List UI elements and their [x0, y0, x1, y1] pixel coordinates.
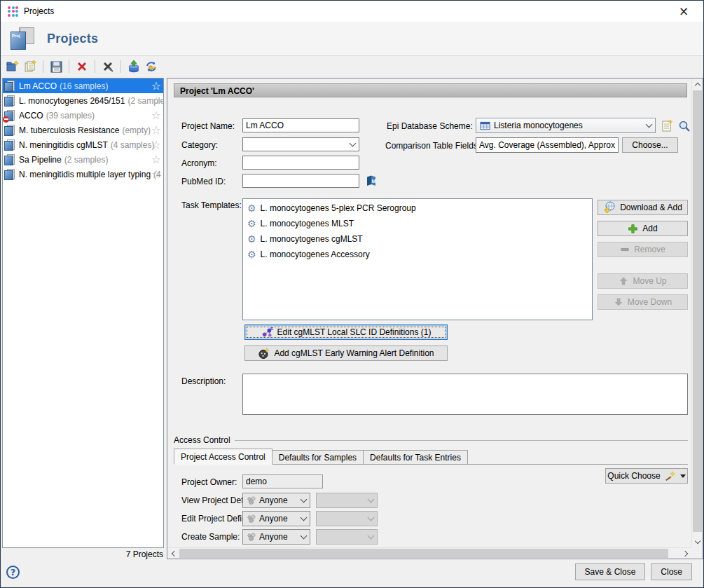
pubmed-input[interactable]: [242, 174, 359, 188]
view-project-definition-secondary-select[interactable]: [316, 493, 378, 508]
window-title: Projects: [24, 6, 54, 16]
search-scheme-icon[interactable]: [677, 118, 691, 134]
new-project-icon[interactable]: [5, 59, 20, 74]
arrow-down-icon: [614, 297, 623, 307]
vertical-scrollbar[interactable]: [691, 78, 703, 547]
project-name-input[interactable]: [242, 118, 359, 132]
project-icon: [4, 125, 15, 136]
project-name: ACCO: [19, 111, 43, 121]
remove-label: Remove: [634, 245, 665, 254]
task-template-item[interactable]: ⚙L. monocytogenes cgMLST: [243, 231, 592, 247]
create-sample-select[interactable]: Anyone: [242, 529, 310, 545]
favorite-star-icon[interactable]: ☆: [151, 78, 161, 93]
project-meta: (4 samples): [111, 140, 155, 150]
project-list-item[interactable]: Lm ACCO (16 samples) ☆: [3, 78, 163, 93]
delete-permanent-icon[interactable]: [100, 59, 116, 74]
view-project-definition-select[interactable]: Anyone: [242, 493, 310, 508]
horizontal-scroll-thumb[interactable]: [179, 549, 668, 558]
people-icon: [247, 514, 256, 523]
project-owner-label: Project Owner:: [181, 477, 237, 487]
favorite-star-icon[interactable]: ☆: [151, 123, 161, 137]
project-list-item[interactable]: Sa Pipeline (2 samples) ☆: [3, 152, 163, 167]
pubmed-icon[interactable]: M: [364, 173, 379, 189]
close-button[interactable]: Close: [651, 563, 692, 580]
scroll-left-icon[interactable]: [167, 548, 179, 559]
favorite-star-icon[interactable]: ☆: [151, 167, 161, 182]
delete-icon[interactable]: [74, 59, 90, 74]
move-down-label: Move Down: [628, 297, 672, 307]
projects-dialog: Projects × Proj Projects: [0, 0, 704, 588]
save-close-button[interactable]: Save & Close: [575, 563, 646, 580]
tab-defaults-for-samples[interactable]: Defaults for Samples: [272, 450, 364, 464]
task-template-item[interactable]: ⚙L. monocytogenes Accessory: [243, 247, 592, 262]
access-control-group: Access Control: [174, 435, 688, 445]
favorite-star-icon[interactable]: ☆: [151, 93, 161, 108]
move-down-button[interactable]: Move Down: [598, 294, 688, 310]
task-template-name: L. monocytogenes MLST: [261, 219, 354, 228]
close-icon[interactable]: ×: [671, 1, 696, 22]
tab-defaults-for-task-entries[interactable]: Defaults for Task Entries: [363, 450, 468, 464]
download-add-button[interactable]: Download & Add: [598, 200, 688, 215]
chevron-down-icon: [350, 139, 357, 146]
project-meta: (16 samples): [60, 81, 108, 91]
quick-choose-button[interactable]: Quick Choose: [605, 468, 688, 484]
chevron-down-icon: [301, 495, 308, 502]
edit-project-definition-secondary-select[interactable]: [316, 511, 378, 526]
project-list-item[interactable]: M. tuberculosis Resistance (empty) ☆: [3, 123, 163, 137]
project-list-item[interactable]: ACCO (39 samples) ☆: [3, 108, 163, 123]
project-name: N. meningitidis multiple layer typing: [19, 170, 151, 179]
edit-slc-label: Edit cgMLST Local SLC ID Definitions (1): [277, 327, 432, 337]
quick-choose-label: Quick Choose: [607, 471, 660, 481]
project-list-item[interactable]: N. meningitidis cgMLST (4 samples) ☆: [3, 137, 163, 152]
scroll-right-icon[interactable]: [680, 548, 691, 559]
create-sample-value: Anyone: [259, 532, 288, 542]
svg-text:ID: ID: [270, 327, 273, 331]
add-button[interactable]: Add: [598, 221, 688, 236]
task-template-item[interactable]: ⚙L. monocytogenes 5-plex PCR Serogroup: [243, 200, 592, 216]
dialog-footer: ? Save & Close Close: [1, 559, 703, 587]
help-icon[interactable]: ?: [6, 566, 20, 579]
task-template-item[interactable]: ⚙L. monocytogenes MLST: [243, 216, 592, 231]
project-owner-input[interactable]: [242, 474, 323, 488]
project-list-item[interactable]: N. meningitidis multiple layer typing (4…: [3, 167, 163, 182]
acronym-input[interactable]: [242, 156, 359, 170]
project-meta: (2 samples): [64, 155, 109, 165]
create-sample-secondary-select[interactable]: [316, 529, 378, 545]
new-scheme-icon[interactable]: [659, 118, 675, 133]
move-up-button[interactable]: Move Up: [598, 273, 688, 289]
scroll-down-icon[interactable]: [692, 536, 703, 547]
add-alert-definition-button[interactable]: Add cgMLST Early Warning Alert Definitio…: [244, 346, 448, 361]
project-icon: [4, 95, 15, 107]
svg-text:M: M: [372, 178, 376, 184]
favorite-star-icon[interactable]: ☆: [151, 108, 161, 123]
tab-project-access-control[interactable]: Project Access Control: [174, 449, 272, 465]
edit-project-definition-select[interactable]: Anyone: [242, 511, 310, 526]
app-icon: [8, 6, 18, 17]
favorite-star-icon[interactable]: ☆: [151, 152, 161, 167]
new-from-template-icon[interactable]: [22, 59, 38, 74]
table-icon: [480, 121, 490, 130]
upload-database-icon[interactable]: [126, 59, 142, 74]
task-templates-list[interactable]: ⚙L. monocytogenes 5-plex PCR Serogroup ⚙…: [242, 198, 593, 320]
task-template-icon: ⚙: [247, 234, 256, 244]
description-textarea[interactable]: [242, 374, 688, 415]
favorite-star-icon[interactable]: ☆: [151, 137, 161, 152]
epi-scheme-select[interactable]: Listeria monocytogenes: [476, 118, 656, 133]
horizontal-scrollbar[interactable]: [167, 547, 691, 559]
add-label: Add: [642, 224, 657, 233]
category-select[interactable]: [242, 137, 359, 151]
arrow-up-icon: [619, 276, 628, 286]
remove-button[interactable]: Remove: [598, 242, 688, 257]
scroll-up-icon[interactable]: [692, 78, 703, 90]
minus-icon: [620, 245, 630, 254]
choose-button[interactable]: Choose...: [622, 137, 678, 153]
update-ids-icon[interactable]: [144, 59, 159, 74]
project-list-item[interactable]: L. monocytogenes 2645/151 (2 samples) ☆: [3, 93, 163, 108]
edit-slc-definitions-button[interactable]: ID Edit cgMLST Local SLC ID Definitions …: [244, 324, 448, 340]
vertical-scroll-thumb[interactable]: [693, 90, 702, 532]
comparison-fields-input[interactable]: [476, 137, 619, 153]
project-icon: [4, 139, 15, 151]
edit-project-definition-value: Anyone: [259, 514, 288, 524]
save-icon[interactable]: [48, 59, 64, 74]
task-template-name: L. monocytogenes Accessory: [261, 249, 370, 259]
